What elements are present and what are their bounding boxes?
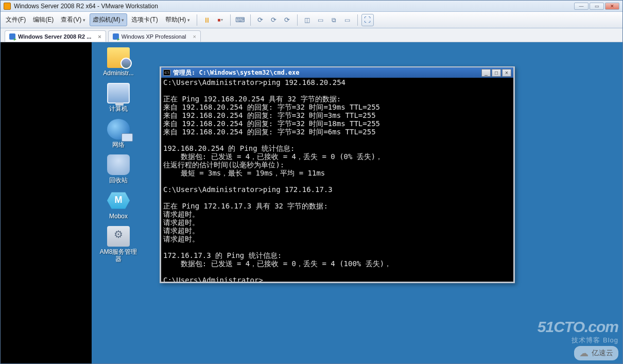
vm-tab-label: Windows Server 2008 R2 ...: [18, 33, 91, 40]
view-single-button[interactable]: ◫: [301, 14, 314, 26]
watermark-51cto-small: 技术博客 Blog: [538, 336, 618, 345]
vm-tab-winxp[interactable]: Windows XP Professional ×: [108, 30, 201, 42]
snapshot-manager-button[interactable]: ⟳: [281, 14, 293, 26]
view-console-icon: ▭: [318, 16, 323, 24]
desktop-icon-label: Mobox: [98, 213, 139, 220]
snapshot-mgr-icon: ⟳: [284, 16, 290, 24]
separator: [230, 14, 231, 26]
cmd-title-text: 管理员: C:\Windows\system32\cmd.exe: [173, 68, 479, 77]
close-icon[interactable]: ×: [193, 33, 196, 40]
watermark-51cto-big: 51CTO.com: [538, 318, 618, 336]
desktop-icon-computer[interactable]: 计算机: [98, 83, 139, 112]
watermark-51cto: 51CTO.com 技术博客 Blog: [538, 318, 618, 345]
minimize-button[interactable]: —: [574, 3, 589, 10]
window-title: Windows Server 2008 R2 x64 - VMware Work…: [14, 3, 571, 10]
vm-tab-server2008[interactable]: Windows Server 2008 R2 ... ×: [5, 30, 106, 42]
cmd-titlebar[interactable]: c:\ 管理员: C:\Windows\system32\cmd.exe _ □…: [161, 67, 513, 78]
view-multiple-button[interactable]: ⧉: [328, 14, 340, 26]
vmware-app-icon: [4, 3, 11, 10]
cmd-close-button[interactable]: ×: [502, 69, 511, 77]
fullscreen-button[interactable]: ⛶: [361, 14, 374, 26]
keys-icon: ⌨: [235, 16, 245, 24]
close-button[interactable]: ✕: [605, 3, 619, 10]
view-unity-button[interactable]: ▭: [341, 14, 354, 26]
vm-tab-label: Windows XP Professional: [122, 33, 186, 40]
menu-tabs[interactable]: 选项卡(T): [128, 13, 161, 26]
snapshot-icon: ⟳: [257, 16, 263, 24]
watermark-yisu: ☁ 亿速云: [574, 346, 618, 360]
view-multiple-icon: ⧉: [332, 16, 336, 24]
snapshot-revert-button[interactable]: ⟳: [268, 14, 280, 26]
desktop-icon-label: 回收站: [98, 177, 139, 184]
desktop-icon-am8[interactable]: AM8服务管理器: [98, 226, 139, 263]
maximize-button[interactable]: ▭: [590, 3, 604, 10]
vm-running-icon: [9, 33, 15, 40]
menu-toolbar: 文件(F) 编辑(E) 查看(V) 虚拟机(M) 选项卡(T) 帮助(H) ⏸ …: [1, 12, 622, 28]
cmd-window[interactable]: c:\ 管理员: C:\Windows\system32\cmd.exe _ □…: [160, 66, 515, 283]
stop-icon: ■: [217, 17, 220, 23]
guest-desktop[interactable]: Administr... 计算机 网络 回收站 Mobox: [92, 42, 622, 363]
snapshot-revert-icon: ⟳: [271, 16, 276, 24]
vm-tab-strip: Windows Server 2008 R2 ... × Windows XP …: [1, 28, 622, 42]
view-single-icon: ◫: [304, 16, 310, 24]
mobox-icon: [107, 190, 130, 211]
stop-vm-button[interactable]: ■ ▾: [214, 14, 227, 26]
pause-vm-button[interactable]: ⏸: [201, 14, 213, 26]
menu-edit[interactable]: 编辑(E): [30, 13, 57, 26]
menu-file[interactable]: 文件(F): [3, 13, 29, 26]
snapshot-take-button[interactable]: ⟳: [254, 14, 267, 26]
separator: [357, 14, 358, 26]
cmd-maximize-button[interactable]: □: [492, 69, 501, 77]
desktop-icon-administrator[interactable]: Administr...: [98, 47, 139, 77]
vmware-titlebar: Windows Server 2008 R2 x64 - VMware Work…: [1, 1, 622, 12]
close-icon[interactable]: ×: [98, 33, 101, 40]
cloud-icon: ☁: [579, 348, 589, 359]
desktop-icon-label: Administr...: [98, 70, 139, 77]
cmd-prompt-icon: c:\: [163, 70, 170, 76]
desktop-icons-area: Administr... 计算机 网络 回收站 Mobox: [98, 47, 139, 269]
cmd-output[interactable]: C:\Users\Administrator>ping 192.168.20.2…: [161, 78, 513, 282]
view-console-button[interactable]: ▭: [315, 14, 327, 26]
view-unity-icon: ▭: [344, 16, 350, 24]
desktop-icon-network[interactable]: 网络: [98, 119, 139, 148]
send-keys-button[interactable]: ⌨: [234, 14, 247, 26]
network-icon: [107, 119, 130, 140]
am8-service-icon: [107, 226, 130, 247]
recycle-bin-icon: [107, 154, 130, 175]
separator: [197, 14, 197, 26]
fullscreen-icon: ⛶: [364, 16, 371, 24]
folder-user-icon: [107, 47, 130, 68]
menu-help[interactable]: 帮助(H): [162, 13, 193, 26]
vm-running-icon: [113, 33, 119, 40]
desktop-icon-recycle-bin[interactable]: 回收站: [98, 154, 139, 184]
desktop-icon-label: 计算机: [98, 105, 139, 112]
desktop-icon-label: AM8服务管理器: [98, 248, 139, 263]
cmd-minimize-button[interactable]: _: [481, 69, 491, 77]
watermark-yisu-text: 亿速云: [592, 349, 613, 358]
separator: [297, 14, 298, 26]
menu-view[interactable]: 查看(V): [58, 13, 89, 26]
menu-vm[interactable]: 虚拟机(M): [90, 13, 128, 26]
separator: [250, 14, 251, 26]
desktop-icon-mobox[interactable]: Mobox: [98, 190, 139, 220]
pause-icon: ⏸: [203, 16, 211, 24]
vm-viewport[interactable]: Administr... 计算机 网络 回收站 Mobox: [1, 42, 622, 363]
computer-icon: [107, 83, 130, 103]
desktop-icon-label: 网络: [98, 141, 139, 148]
